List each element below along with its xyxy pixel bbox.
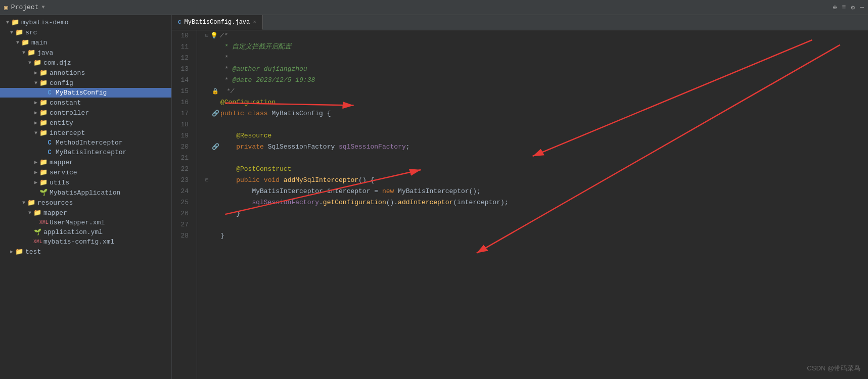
code-text-26: }	[220, 208, 240, 219]
line-num-21: 21	[172, 153, 193, 164]
line-num-23: 23	[172, 175, 193, 186]
sidebar-item-label: com.djz	[43, 59, 71, 67]
code-field-25: sqlSessionFactory	[220, 197, 319, 208]
sidebar-item-src[interactable]: ▼ 📁 src	[0, 27, 171, 37]
line-num-12: 12	[172, 53, 193, 64]
code-field-20: sqlSessionFactory	[339, 141, 406, 153]
java-class-icon: C	[45, 149, 54, 156]
code-line-22: @PostConstruct	[203, 164, 868, 175]
sidebar-item-test[interactable]: ▶ 📁 test	[0, 247, 171, 257]
minimize-icon[interactable]: —	[860, 4, 864, 11]
expand-arrow: ▶	[32, 70, 39, 76]
code-newtype-24: MyBatisInterceptor	[398, 186, 469, 197]
code-text-13d: dujiangzhou	[264, 64, 307, 75]
fold-icon-23: ⊟	[203, 175, 210, 186]
line-num-26: 26	[172, 208, 193, 219]
code-line-10: ⊟ 💡 /*	[203, 30, 868, 41]
tab-filename: MyBatisConfig.java	[185, 19, 250, 26]
expand-arrow: ▼	[26, 210, 33, 216]
code-line-25: sqlSessionFactory.getConfiguration().add…	[203, 197, 868, 208]
line-num-17: 17	[172, 108, 193, 119]
folder-icon: 📁	[15, 28, 23, 36]
expand-arrow: ▼	[32, 80, 39, 86]
folder-icon: 📁	[39, 158, 48, 166]
sidebar-item-label: mybatis-config.xml	[43, 238, 114, 246]
gutter-lamp-10: 💡	[210, 30, 218, 41]
line-num-24: 24	[172, 186, 193, 197]
line-num-18: 18	[172, 119, 193, 130]
sidebar-item-main[interactable]: ▼ 📁 main	[0, 37, 171, 48]
folder-icon: 📁	[21, 38, 29, 46]
sidebar-item-resources-mapper[interactable]: ▼ 📁 mapper	[0, 208, 171, 218]
sidebar-item-mybatis-config-xml[interactable]: XML mybatis-config.xml	[0, 237, 171, 247]
sidebar-item-annotions[interactable]: ▶ 📁 annotions	[0, 68, 171, 78]
sidebar-item-label: MybatisApplication	[50, 189, 120, 197]
folder-icon: 📁	[39, 178, 48, 186]
expand-arrow: ▶	[32, 120, 39, 126]
sidebar-item-label: resources	[37, 199, 73, 207]
dropdown-icon[interactable]: ▼	[41, 5, 44, 10]
line-num-19: 19	[172, 130, 193, 141]
expand-arrow: ▶	[32, 100, 39, 106]
code-dot-25: .	[319, 197, 323, 208]
line-num-15: 15	[172, 86, 193, 97]
yaml-icon: 🌱	[33, 228, 41, 236]
sidebar-item-mapper[interactable]: ▶ 📁 mapper	[0, 157, 171, 167]
tab-mybatisconfig[interactable]: C MyBatisConfig.java ×	[172, 15, 263, 30]
code-text-16: @Configuration	[220, 97, 276, 108]
code-line-24: MyBatisInterceptor interceptor = new MyB…	[203, 186, 868, 197]
sidebar-item-usermapper-xml[interactable]: XML UserMapper.xml	[0, 218, 171, 227]
scope-icon[interactable]: ⊕	[833, 4, 837, 12]
code-line-18	[203, 119, 868, 130]
xml-icon: XML	[33, 239, 41, 245]
java-class-icon: C	[45, 89, 54, 97]
code-text-24	[220, 186, 252, 197]
code-text-14d: 2023/12/5 19:38	[256, 75, 315, 86]
sidebar-item-java[interactable]: ▼ 📁 java	[0, 48, 171, 58]
sidebar-item-label: controller	[50, 109, 89, 117]
line-numbers: 10 11 12 13 14 15 16 17 18 19 20 21 22 2…	[172, 30, 197, 379]
code-keyword-23a: public	[220, 175, 264, 186]
sidebar-item-methodinterceptor[interactable]: C MethodInterceptor	[0, 138, 171, 148]
sidebar-item-com-djz[interactable]: ▼ 📁 com.djz	[0, 58, 171, 68]
sidebar-item-resources[interactable]: ▼ 📁 resources	[0, 198, 171, 208]
top-bar: ▣ Project ▼ ⊕ ≡ ⚙ —	[0, 0, 868, 15]
sidebar-item-label: java	[37, 49, 53, 57]
fold-icon-10: ⊟	[203, 30, 210, 41]
line-num-14: 14	[172, 75, 193, 86]
project-label-area: ▣ Project ▼	[4, 4, 44, 12]
settings-icon[interactable]: ⚙	[851, 4, 855, 12]
sidebar-item-entity[interactable]: ▶ 📁 entity	[0, 118, 171, 128]
sidebar-item-mybatisinterceptor[interactable]: C MyBatisInterceptor	[0, 148, 171, 157]
flatten-icon[interactable]: ≡	[842, 4, 846, 11]
sidebar-item-constant[interactable]: ▶ 📁 constant	[0, 98, 171, 108]
folder-icon: 📁	[39, 168, 48, 176]
gutter-link-20: 🔗	[210, 141, 220, 153]
sidebar-item-service[interactable]: ▶ 📁 service	[0, 167, 171, 177]
line-num-22: 22	[172, 164, 193, 175]
sidebar-item-mybatis-demo[interactable]: ▼ 📁 mybatis-demo	[0, 17, 171, 27]
tab-close-button[interactable]: ×	[253, 19, 256, 25]
sidebar-item-utils[interactable]: ▶ 📁 utils	[0, 177, 171, 187]
sidebar-item-mybatisapplication[interactable]: 🌱 MybatisApplication	[0, 187, 171, 198]
sidebar-item-controller[interactable]: ▶ 📁 controller	[0, 108, 171, 118]
code-method-25a: getConfiguration	[323, 197, 386, 208]
code-paren-23: () {	[358, 175, 374, 186]
spring-icon: 🌱	[39, 188, 48, 197]
expand-arrow: ▼	[20, 50, 27, 56]
code-line-12: *	[203, 53, 868, 64]
code-text-18	[220, 119, 224, 130]
code-paren-24: ();	[469, 186, 481, 197]
sidebar-item-label: mapper	[50, 159, 73, 166]
code-text-14b: @date	[232, 75, 252, 86]
sidebar-item-config[interactable]: ▼ 📁 config	[0, 78, 171, 88]
sidebar-item-mybatisconfig[interactable]: C MyBatisConfig	[0, 88, 171, 98]
sidebar-item-label: mapper	[43, 209, 67, 217]
code-paren-25b: (interceptor);	[453, 197, 508, 208]
folder-icon: 📁	[39, 109, 48, 117]
sidebar-item-intercept[interactable]: ▼ 📁 intercept	[0, 128, 171, 138]
code-text-12: *	[220, 53, 229, 64]
sidebar-item-label: application.yml	[43, 228, 103, 236]
project-title: Project	[11, 4, 39, 11]
sidebar-item-application-yml[interactable]: 🌱 application.yml	[0, 227, 171, 237]
